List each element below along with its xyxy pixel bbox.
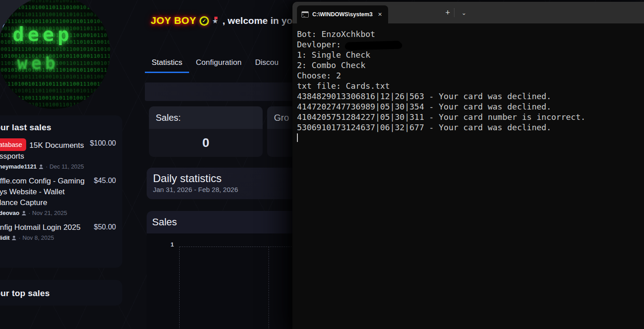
terminal-line: Choose: 2 <box>297 70 644 81</box>
chevron-down-icon[interactable]: ⌄ <box>458 6 470 19</box>
star-medal-icon: ★ <box>212 17 219 25</box>
last-sales-list: Database15K Documents Passports $100.00 … <box>0 138 116 241</box>
terminal-tab[interactable]: C:\WINDOWS\system32\cmd.exe ✕ <box>297 5 388 23</box>
top-sales-title: Your top sales <box>0 288 50 298</box>
last-sales-panel: Your last sales Database15K Documents Pa… <box>0 115 122 268</box>
verified-badge-icon: ✓ <box>199 16 209 26</box>
vertical-gridline <box>269 247 269 329</box>
sale-title: Config Hotmail Login 2025 <box>0 222 94 233</box>
sale-date: Nov 8, 2025 <box>23 234 54 241</box>
sale-price: $45.00 <box>94 176 116 185</box>
close-tab-icon[interactable]: ✕ <box>376 10 384 18</box>
sale-list-item[interactable]: Database15K Documents Passports $100.00 … <box>0 138 116 170</box>
terminal-line: txt file: Cards.txt <box>297 81 644 91</box>
sale-title: Driffle.com Config - Gaming Keys Website… <box>0 176 94 208</box>
sales-card-value: 0 <box>149 129 263 157</box>
sale-list-item[interactable]: Driffle.com Config - Gaming Keys Website… <box>0 176 116 216</box>
sale-date: Nov 21, 2025 <box>32 210 67 216</box>
sale-price: $50.00 <box>94 222 116 231</box>
welcome-text: , welcome in you <box>222 15 298 26</box>
titlebar-separator <box>454 8 454 17</box>
sale-title: Database15K Documents Passports <box>0 138 90 162</box>
welcome-header: JOY BOY ✓ ★ , welcome in you <box>151 15 298 27</box>
cmd-icon <box>301 11 309 18</box>
sales-count-card: Sales: 0 <box>149 106 263 157</box>
sale-price: $100.00 <box>90 138 116 147</box>
vertical-gridline <box>179 247 180 329</box>
seller-username: JOY BOY <box>151 15 196 27</box>
terminal-line: 4104205751284227|05|30|311 - Your card n… <box>297 112 644 122</box>
terminal-titlebar[interactable]: C:\WINDOWS\system32\cmd.exe ✕ + ⌄ <box>292 2 644 23</box>
person-icon <box>11 235 17 241</box>
new-tab-button[interactable]: + <box>441 6 454 19</box>
separator-dot: · <box>28 210 30 216</box>
dashboard-tabs: Statistics Configuration Discou <box>145 54 285 73</box>
terminal-tab-title: C:\WINDOWS\system32\cmd.exe <box>312 11 373 18</box>
terminal-line: 4147202747736989|05|30|354 - Your card w… <box>297 101 644 112</box>
avatar-vignette <box>0 0 110 109</box>
sale-date: Dec 11, 2025 <box>50 163 84 170</box>
terminal-line: 1: Single Check <box>297 50 644 60</box>
terminal-line: Devloper: <box>297 39 644 50</box>
separator-dot: · <box>46 163 47 170</box>
last-sales-title: Your last sales <box>0 123 116 133</box>
person-icon <box>38 164 44 169</box>
category-badge: Database <box>0 138 26 151</box>
tab-configuration[interactable]: Configuration <box>189 54 248 73</box>
terminal-window: C:\WINDOWS\system32\cmd.exe ✕ + ⌄ Bot: E… <box>292 2 644 329</box>
redaction-scribble <box>346 41 401 49</box>
top-sales-panel: Your top sales <box>0 280 122 306</box>
person-icon <box>21 210 27 216</box>
terminal-line: 2: Combo Check <box>297 60 644 70</box>
buyer-username: Moneymade1121 <box>0 163 37 170</box>
terminal-cursor <box>297 133 298 142</box>
sale-list-item[interactable]: Config Hotmail Login 2025 $50.00 nbdidit… <box>0 222 116 241</box>
tab-statistics[interactable]: Statistics <box>145 54 189 73</box>
tab-discounts[interactable]: Discou <box>248 54 285 73</box>
buyer-username: taodeovao <box>0 210 19 216</box>
buyer-username: nbdidit <box>0 234 9 241</box>
terminal-line: Bot: EnzoXchkbot <box>297 29 644 39</box>
terminal-line: 4384829013306816|12|26|563 - Your card w… <box>297 91 644 101</box>
y-axis-tick-label: 1 <box>171 241 174 248</box>
page-root: $ 10110011100101011010011011101001011010… <box>0 0 644 329</box>
terminal-lines: Bot: EnzoXchkbotDevloper: 1: Single Chec… <box>297 29 644 133</box>
profile-avatar-image[interactable]: 1011001110010101101001101110100101101011… <box>0 0 110 109</box>
terminal-line: 5306910173124637|06|32|677 - Your card w… <box>297 122 644 133</box>
sales-card-label: Sales: <box>149 106 263 129</box>
terminal-output[interactable]: Bot: EnzoXchkbotDevloper: 1: Single Chec… <box>292 23 644 142</box>
separator-dot: · <box>19 234 20 241</box>
